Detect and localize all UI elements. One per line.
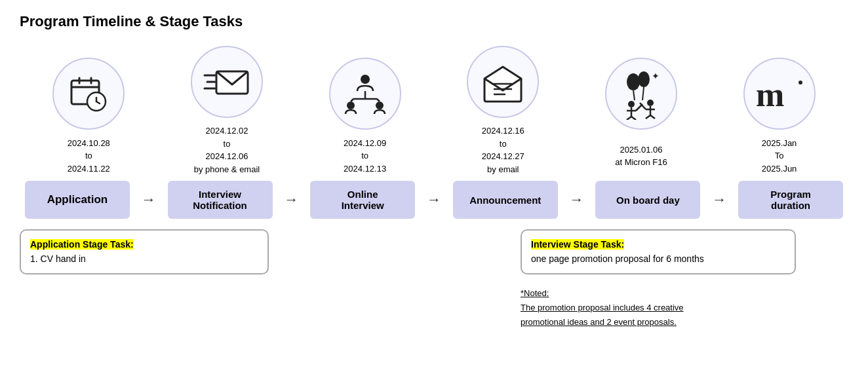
email-fast-icon (203, 62, 250, 102)
stage-col-on-board-day: ✦ (579, 58, 703, 176)
calendar-clock-icon (66, 71, 111, 116)
stage-col-announcement: 2024.12.16to2024.12.27by email (441, 46, 565, 176)
stage-col-program-duration: m 2025.JanTo2025.Jun (717, 58, 842, 176)
program-duration-date: 2025.JanTo2025.Jun (762, 136, 797, 176)
svg-point-15 (347, 102, 355, 109)
svg-point-22 (627, 73, 640, 90)
arrow-1: → (142, 191, 156, 208)
interview-task-col: Interview Stage Task: one page promotion… (521, 229, 796, 329)
stages-row: Application → InterviewNotification → On… (20, 181, 848, 219)
interview-task-title: Interview Stage Task: (531, 239, 624, 250)
on-board-day-icon-circle: ✦ (605, 58, 677, 130)
stage-on-board-day: On board day (595, 181, 700, 219)
svg-line-31 (631, 117, 636, 120)
svg-line-30 (627, 117, 631, 120)
micron-logo-icon: m (753, 77, 806, 110)
stage-application: Application (25, 181, 130, 219)
icons-row: 2024.10.28to2024.11.22 2024.12.02to2024.… (20, 46, 848, 176)
interview-notification-date: 2024.12.02to2024.12.06by phone & email (194, 124, 260, 176)
tasks-area: Application Stage Task: 1. CV hand in In… (20, 229, 848, 329)
stage-program-duration: Programduration (738, 181, 843, 219)
interview-notification-icon-circle (191, 46, 263, 118)
stage-col-online-interview: 2024.12.09to2024.12.13 (303, 58, 427, 176)
noted-body: The promotion proposal includes 4 creati… (521, 301, 684, 329)
announcement-icon-circle (467, 46, 539, 118)
svg-point-33 (647, 100, 654, 106)
stage-announcement: Announcement (453, 181, 558, 219)
arrow-2: → (284, 191, 298, 208)
svg-text:✦: ✦ (652, 71, 660, 81)
online-interview-icon-circle (329, 58, 401, 130)
noted-title: *Noted: (521, 286, 684, 301)
svg-line-18 (377, 99, 380, 102)
interview-task-body: one page promotion proposal for 6 months (531, 254, 704, 264)
svg-line-16 (351, 99, 353, 102)
interview-task-box: Interview Stage Task: one page promotion… (521, 229, 796, 274)
arrow-4: → (570, 191, 584, 208)
stage-col-interview-notification: 2024.12.02to2024.12.06by phone & email (165, 46, 289, 176)
program-duration-icon-circle: m (743, 58, 816, 130)
celebration-icon: ✦ (615, 67, 667, 120)
svg-point-40 (799, 81, 802, 85)
envelope-open-icon (482, 60, 524, 103)
page-title: Program Timeline & Stage Tasks (20, 13, 848, 30)
svg-point-27 (628, 101, 635, 107)
main-container: Program Timeline & Stage Tasks 2024.1 (20, 13, 848, 329)
svg-point-17 (376, 102, 384, 109)
announcement-date: 2024.12.16to2024.12.27by email (482, 124, 524, 176)
arrow-3: → (427, 191, 441, 208)
application-task-box: Application Stage Task: 1. CV hand in (20, 229, 269, 274)
stage-interview-notification: InterviewNotification (168, 181, 273, 219)
application-task-title: Application Stage Task: (30, 239, 134, 250)
application-task-body: 1. CV hand in (30, 254, 86, 264)
application-date: 2024.10.28to2024.11.22 (68, 136, 110, 176)
svg-text:m: m (756, 77, 784, 110)
application-icon-circle (52, 58, 125, 130)
stage-online-interview: OnlineInterview (310, 181, 415, 219)
svg-line-37 (650, 115, 655, 119)
noted-section: *Noted: The promotion proposal includes … (521, 286, 684, 329)
online-interview-date: 2024.12.09to2024.12.13 (344, 136, 386, 176)
stage-col-application: 2024.10.28to2024.11.22 (26, 58, 151, 176)
application-task-col: Application Stage Task: 1. CV hand in (20, 229, 279, 274)
svg-line-23 (633, 90, 635, 100)
svg-point-24 (638, 71, 650, 87)
on-board-day-date: 2025.01.06at Micron F16 (615, 136, 667, 176)
svg-point-11 (361, 75, 370, 84)
svg-line-36 (646, 115, 650, 119)
arrow-5: → (712, 191, 726, 208)
svg-line-25 (642, 87, 644, 100)
people-network-icon (342, 73, 389, 115)
